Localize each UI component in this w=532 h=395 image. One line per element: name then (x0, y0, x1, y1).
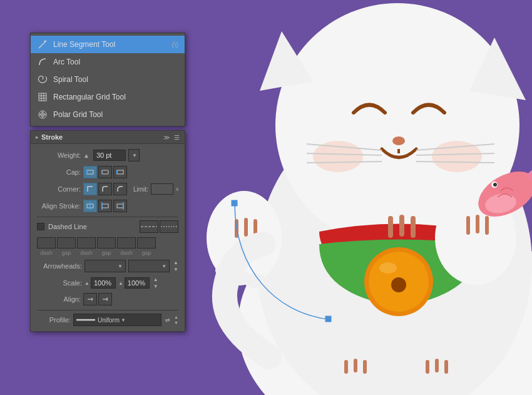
align-inside-button[interactable] (98, 200, 112, 212)
weight-label: Weight: (37, 151, 81, 159)
dashed-checkbox[interactable] (37, 223, 44, 230)
svg-rect-63 (116, 170, 118, 174)
align-outside-button[interactable] (113, 200, 127, 212)
svg-marker-75 (105, 297, 108, 301)
arrowhead-align-row: Align: (37, 293, 178, 305)
weight-dropdown-arrow: ▼ (132, 153, 137, 158)
align-stroke-row: Align Stroke: (37, 200, 178, 212)
panel-options-icon[interactable]: ☰ (174, 134, 180, 141)
corner-bevel-button[interactable] (113, 183, 127, 195)
arc-icon (37, 56, 48, 68)
dashed-style2[interactable] (160, 220, 178, 233)
profile-row: Profile: Uniform ▼ ⇄ ▲ ▼ (37, 314, 178, 326)
scale-row: Scale: ▲ ▲ ▲ ▼ (37, 277, 178, 289)
profile-arrow-down[interactable]: ▼ (174, 321, 178, 325)
panel-header-icons: ≫ ☰ (163, 134, 180, 141)
limit-label: Limit: (133, 186, 148, 193)
tool-line-segment[interactable]: Line Segment Tool (\) (31, 36, 185, 53)
tool-line-segment-shortcut: (\) (172, 41, 178, 48)
profile-arrows: ▲ ▼ (174, 315, 178, 325)
align-arrow-btn1[interactable] (83, 293, 97, 305)
dashed-icons (140, 220, 178, 233)
stroke-panel-body: Weight: ▲ ▼ Cap: Cor (31, 144, 185, 331)
scale-up2[interactable]: ▲ (118, 280, 123, 286)
tool-arc[interactable]: Arc Tool (31, 53, 185, 71)
tool-polar-grid[interactable]: Polar Grid Tool (31, 106, 185, 123)
limit-input[interactable] (151, 183, 173, 195)
swap-arrow-up: ▲ (173, 260, 178, 265)
gap2-label: gap (97, 250, 116, 256)
align-arrows-label: Align: (37, 295, 81, 303)
svg-rect-41 (476, 215, 479, 233)
dash3-input[interactable] (117, 237, 136, 249)
profile-label: Profile: (37, 316, 71, 324)
svg-rect-59 (87, 170, 93, 174)
svg-rect-36 (363, 360, 367, 374)
corner-miter-button[interactable] (83, 183, 97, 195)
cap-round-button[interactable] (98, 166, 112, 178)
align-stroke-label: Align Stroke: (37, 202, 81, 210)
align-center-button[interactable] (83, 200, 97, 212)
svg-point-28 (243, 273, 266, 288)
svg-point-18 (379, 262, 397, 274)
svg-rect-62 (117, 170, 123, 174)
panel-menu-icon[interactable]: ≫ (163, 134, 170, 141)
dashed-style1[interactable] (140, 220, 158, 233)
svg-point-17 (391, 277, 406, 292)
profile-link-icon[interactable]: ⇄ (165, 317, 170, 323)
arrowhead-start-select[interactable]: ▼ (84, 260, 126, 272)
arrowhead-end-select[interactable]: ▼ (128, 260, 170, 272)
svg-rect-34 (344, 360, 348, 374)
scale-start: ▲ (84, 277, 116, 289)
weight-dropdown[interactable]: ▼ (128, 149, 140, 162)
cap-square-button[interactable] (113, 166, 127, 178)
dashed-line-row: Dashed Line (37, 220, 178, 233)
swap-arrow-down: ▼ (173, 267, 178, 272)
profile-select[interactable]: Uniform ▼ (73, 314, 161, 326)
dash2-input[interactable] (77, 237, 96, 249)
divider2 (37, 310, 178, 310)
corner-round-button[interactable] (98, 183, 112, 195)
gap2-input[interactable] (97, 237, 116, 249)
gap1-label: gap (57, 250, 76, 256)
svg-rect-39 (444, 360, 448, 374)
dash1-label: dash (37, 250, 56, 256)
stroke-panel-header[interactable]: ▸ Stroke ≫ ☰ (31, 131, 185, 144)
tool-spiral[interactable]: Spiral Tool (31, 71, 185, 88)
scale-link-up: ▲ (153, 277, 158, 282)
tool-rect-grid[interactable]: Rectangular Grid Tool (31, 88, 185, 106)
cap-row: Cap: (37, 166, 178, 178)
gap3-input[interactable] (137, 237, 156, 249)
arrowhead-end-line (131, 265, 160, 267)
profile-arrow-up[interactable]: ▲ (174, 315, 178, 319)
svg-rect-42 (485, 216, 489, 235)
polar-grid-icon (37, 109, 48, 120)
weight-up-arrow[interactable]: ▲ (83, 152, 90, 159)
gap1-input[interactable] (57, 237, 76, 249)
arrowhead-start-line (88, 265, 116, 267)
svg-rect-43 (388, 216, 393, 238)
scale-end-input[interactable] (125, 277, 150, 289)
svg-point-49 (44, 41, 46, 43)
arrowhead-swap[interactable]: ▲ ▼ (173, 260, 178, 272)
weight-row: Weight: ▲ ▼ (37, 149, 178, 162)
tool-spiral-label: Spiral Tool (53, 75, 88, 84)
svg-rect-38 (435, 359, 439, 372)
scale-start-input[interactable] (91, 277, 116, 289)
scale-link[interactable]: ▲ ▼ (153, 277, 158, 289)
weight-input[interactable] (93, 150, 126, 161)
dash1-input[interactable] (37, 237, 56, 249)
scale-up1[interactable]: ▲ (84, 280, 90, 286)
dash3-label: dash (117, 250, 136, 256)
stroke-panel: ▸ Stroke ≫ ☰ Weight: ▲ ▼ Cap: (30, 130, 185, 332)
align-arrow-btn2[interactable] (98, 293, 112, 305)
scale-label: Scale: (37, 279, 82, 287)
tool-rect-grid-label: Rectangular Grid Tool (53, 93, 126, 101)
spiral-icon (37, 74, 48, 85)
svg-rect-61 (102, 170, 108, 174)
cap-butt-button[interactable] (83, 166, 97, 178)
arrowhead-end-arrow: ▼ (161, 264, 166, 269)
svg-rect-68 (117, 204, 123, 208)
divider1 (37, 217, 178, 217)
dash-labels-row: dash gap dash gap dash gap (37, 250, 178, 256)
